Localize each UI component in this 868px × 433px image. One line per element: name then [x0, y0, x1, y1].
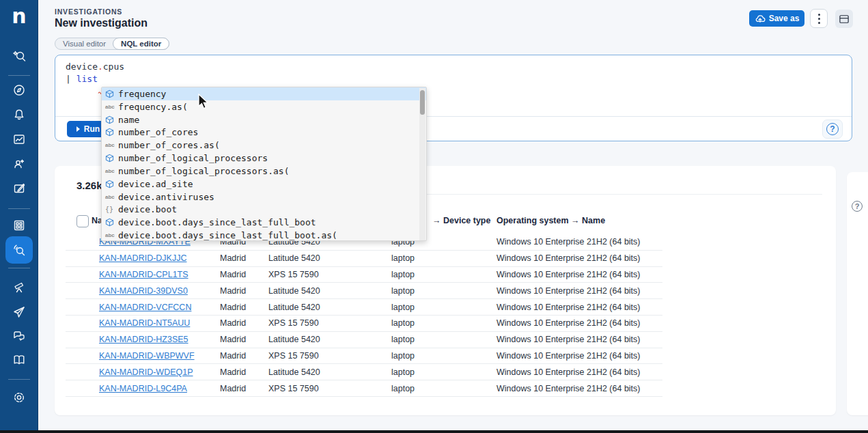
table-row: KAN-MADRID-HZ3SE5MadridLatitude 5420lapt…: [66, 332, 662, 348]
search-sparkle-icon[interactable]: [5, 43, 33, 70]
cell-device-name: KAN-MADRID-WBPWVF: [99, 351, 220, 361]
autocomplete-item-label: number_of_logical_processors: [118, 153, 268, 163]
gear-icon[interactable]: [5, 384, 33, 411]
autocomplete-item[interactable]: number_of_logical_processors: [102, 152, 426, 165]
cell-operating-system: Windows 10 Enterprise 21H2 (64 bits): [496, 351, 662, 361]
autocomplete-item[interactable]: abcnumber_of_logical_processors.as(: [102, 165, 426, 178]
table-row: KAN-MADRID-CPL1TSMadridXPS 15 7590laptop…: [66, 267, 662, 283]
cell-model: XPS 15 7590: [268, 270, 391, 279]
cell-device-name: KAN-MADRID-39DVS0: [99, 286, 220, 296]
autocomplete-item-label: name: [118, 115, 139, 125]
abc-text-icon: abc: [105, 232, 118, 238]
autocomplete-item-label: number_of_logical_processors.as(: [118, 166, 289, 176]
dropdown-scrollbar-thumb[interactable]: [420, 90, 425, 115]
compass-icon[interactable]: [5, 76, 33, 104]
abc-text-icon: abc: [105, 142, 118, 148]
cell-operating-system: Windows 10 Enterprise 21H2 (64 bits): [496, 237, 662, 247]
autocomplete-item-label: number_of_cores: [118, 127, 198, 137]
sidebar-divider: [8, 75, 30, 76]
device-name-link[interactable]: KAN-MADRID-WBPWVF: [99, 351, 195, 361]
device-name-link[interactable]: KAN-MADRID-DJKJJC: [99, 253, 186, 263]
cube-field-icon: [105, 218, 118, 227]
app-window: n: [0, 0, 868, 433]
chart-frame-icon[interactable]: [5, 126, 33, 153]
cell-device-type: laptop: [391, 351, 496, 361]
autocomplete-item[interactable]: frequency: [102, 87, 426, 100]
investigation-scan-icon[interactable]: [5, 236, 33, 264]
table-row: KAN-MADRID-WDEQ1PMadridLatitude 5420lapt…: [66, 364, 662, 380]
layout-panel-toggle-button[interactable]: [835, 10, 853, 28]
save-as-button[interactable]: Save as: [749, 10, 804, 27]
cell-entity: Madrid: [220, 253, 268, 263]
query-help-button[interactable]: ?: [822, 120, 843, 139]
more-options-button[interactable]: [810, 9, 828, 28]
autocomplete-item[interactable]: abcdevice.antiviruses: [102, 191, 426, 204]
cell-operating-system: Windows 10 Enterprise 21H2 (64 bits): [496, 253, 662, 263]
device-name-link[interactable]: KAN-MADRID-HZ3SE5: [99, 335, 188, 344]
mouse-cursor: [197, 94, 211, 113]
device-name-link[interactable]: KAN-MADRID-WDEQ1P: [99, 367, 193, 377]
autocomplete-item-label: device.boot.days_since_last_full_boot.as…: [118, 230, 337, 240]
autocomplete-item-label: device.boot: [118, 204, 177, 214]
cube-field-icon: [105, 89, 118, 98]
device-name-link[interactable]: KAN-MADRID-VCFCCN: [99, 303, 191, 312]
page-title: New investigation: [55, 17, 148, 29]
tab-visual-editor[interactable]: Visual editor: [55, 38, 113, 49]
device-name-link[interactable]: KAN-MADRID-39DVS0: [99, 286, 188, 296]
cell-entity: Madrid: [220, 286, 268, 296]
help-question-icon: ?: [852, 201, 863, 212]
device-name-link[interactable]: KAN-MADRID-L9C4PA: [99, 384, 187, 393]
cell-entity: Madrid: [220, 270, 268, 279]
autocomplete-item-label: device.ad_site: [118, 179, 193, 189]
autocomplete-item[interactable]: abcdevice.boot.days_since_last_full_boot…: [102, 229, 426, 241]
cell-model: Latitude 5420: [268, 335, 391, 344]
cell-device-type: laptop: [391, 286, 496, 296]
survey-pen-icon[interactable]: [5, 175, 33, 202]
autocomplete-item[interactable]: abcfrequency.as(: [102, 100, 426, 113]
autocomplete-item[interactable]: device.ad_site: [102, 178, 426, 191]
device-name-link[interactable]: KAN-MADRID-NT5AUU: [99, 318, 190, 328]
cell-device-name: KAN-MADRID-DJKJJC: [99, 253, 220, 263]
select-all-checkbox[interactable]: [76, 215, 89, 227]
table-row: KAN-MADRID-NT5AUUMadridXPS 15 7590laptop…: [66, 316, 662, 332]
apps-grid-icon[interactable]: [5, 212, 33, 239]
table-body: KAN-MADRID-MXAYTEMadridLatitude 5420lapt…: [55, 234, 836, 397]
book-icon[interactable]: [5, 346, 33, 374]
tab-nql-editor[interactable]: NQL editor: [113, 38, 169, 50]
save-as-label: Save as: [769, 14, 800, 23]
bell-icon[interactable]: [5, 101, 33, 128]
cell-operating-system: Windows 10 Enterprise 21H2 (64 bits): [496, 318, 662, 328]
table-row: KAN-MADRID-39DVS0MadridLatitude 5420lapt…: [66, 283, 662, 299]
autocomplete-item[interactable]: {}device.boot: [102, 203, 426, 216]
nexthink-logo: n: [0, 4, 38, 28]
cell-operating-system: Windows 10 Enterprise 21H2 (64 bits): [496, 384, 662, 393]
cell-device-type: laptop: [391, 270, 496, 279]
cell-device-type: laptop: [391, 303, 496, 312]
paper-plane-icon[interactable]: [5, 298, 33, 326]
cell-operating-system: Windows 10 Enterprise 21H2 (64 bits): [496, 367, 662, 377]
cell-model: XPS 15 7590: [268, 351, 391, 361]
table-row: KAN-MADRID-DJKJJCMadridLatitude 5420lapt…: [66, 251, 662, 267]
cube-field-icon: [105, 115, 118, 124]
telescope-icon[interactable]: [5, 273, 33, 301]
people-badge-icon[interactable]: [5, 150, 33, 178]
chat-bubbles-icon[interactable]: [5, 322, 33, 350]
cell-model: XPS 15 7590: [268, 384, 391, 393]
right-side-panel[interactable]: ?: [847, 172, 868, 415]
device-name-link[interactable]: KAN-MADRID-CPL1TS: [99, 270, 188, 279]
cell-device-name: KAN-MADRID-VCFCCN: [99, 303, 220, 312]
cell-operating-system: Windows 10 Enterprise 21H2 (64 bits): [496, 335, 662, 344]
cell-device-type: laptop: [391, 367, 496, 377]
editor-mode-tabs: Visual editor NQL editor: [55, 38, 169, 50]
sidebar: n: [0, 0, 38, 433]
autocomplete-item[interactable]: name: [102, 113, 426, 126]
cell-device-type: laptop: [391, 335, 496, 344]
cell-device-name: KAN-MADRID-WDEQ1P: [99, 367, 220, 377]
cell-operating-system: Windows 10 Enterprise 21H2 (64 bits): [496, 270, 662, 279]
autocomplete-item[interactable]: number_of_cores: [102, 126, 426, 139]
autocomplete-item[interactable]: device.boot.days_since_last_full_boot: [102, 216, 426, 229]
autocomplete-item-label: device.antiviruses: [118, 192, 214, 202]
column-header-os-name[interactable]: Operating system → Name: [496, 216, 605, 225]
column-header-device-type[interactable]: → Device type: [432, 216, 490, 225]
autocomplete-item[interactable]: abcnumber_of_cores.as(: [102, 139, 426, 152]
